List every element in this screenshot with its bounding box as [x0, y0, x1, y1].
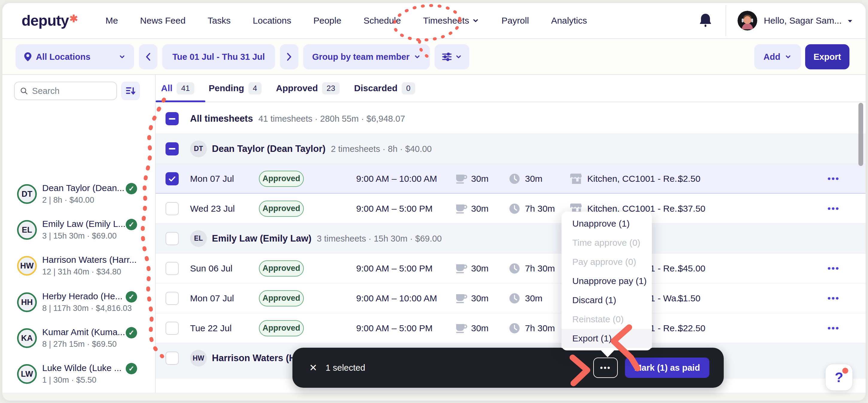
menu-item-discard[interactable]: Discard (1) [561, 291, 652, 310]
status-tabs: All 41 Pending 4 Approved 23 Discarded 0 [156, 75, 866, 102]
close-icon[interactable]: ✕ [309, 362, 317, 373]
member-name: Emily Law (Emily L... [42, 219, 125, 229]
clock-icon [509, 323, 520, 334]
timesheet-row[interactable]: Mon 07 Jul Approved 9:00 AM – 10:00 AM 3… [156, 283, 866, 313]
row-checkbox[interactable] [165, 202, 179, 215]
avatar: HW [17, 256, 37, 276]
nav-me[interactable]: Me [94, 15, 129, 26]
member-meta: 2 | 8h · $40.00 [42, 196, 94, 205]
row-more-button[interactable]: ••• [823, 174, 844, 184]
group-name: Dean Taylor (Dean Taylor) [212, 143, 326, 154]
break-coffee-icon [455, 323, 467, 334]
tab-count-badge: 4 [248, 82, 261, 95]
nav-news-feed[interactable]: News Feed [129, 15, 197, 26]
export-button[interactable]: Export [805, 44, 849, 69]
user-menu-chevron-icon[interactable] [846, 18, 854, 25]
menu-item-unapprove-pay[interactable]: Unapprove pay (1) [561, 271, 652, 291]
mark-as-paid-button[interactable]: Mark (1) as paid [625, 358, 709, 378]
timesheet-row[interactable]: Sun 06 Jul Approved 9:00 AM – 5:00 PM 30… [156, 253, 866, 283]
row-more-button[interactable]: ••• [823, 263, 844, 274]
sort-button[interactable] [121, 81, 140, 100]
view-options-button[interactable] [435, 44, 469, 69]
tab-all[interactable]: All 41 [161, 82, 194, 95]
member-luke-wilde[interactable]: LW Luke Wilde (Luke ... 1 | 30m · $5.50 … [2, 362, 155, 396]
vertical-scrollbar[interactable] [859, 103, 863, 166]
toolbar-left: All Locations Tue 01 Jul - Thu 31 Jul Gr… [16, 44, 469, 69]
tab-pending[interactable]: Pending 4 [209, 82, 261, 95]
group-checkbox[interactable] [165, 351, 179, 365]
row-checkbox[interactable] [165, 322, 179, 335]
content-area: DT Dean Taylor (Dean... 2 | 8h · $40.00 … [2, 75, 866, 393]
member-name: Herby Herado (He... [42, 291, 122, 301]
chevron-down-icon [472, 17, 479, 24]
approved-check-icon: ✓ [126, 327, 137, 338]
member-herby-herado[interactable]: HH Herby Herado (He... 8 | 117h 30m · $4… [2, 291, 155, 324]
row-more-button[interactable]: ••• [823, 323, 844, 333]
location-pin-icon [24, 52, 32, 62]
timesheet-date: Mon 07 Jul [190, 293, 234, 303]
selection-more-button[interactable]: ••• [593, 358, 618, 378]
nav-timesheets[interactable]: Timesheets [412, 15, 490, 26]
tab-approved[interactable]: Approved 23 [276, 82, 340, 95]
chevron-left-icon [145, 52, 151, 61]
menu-caret [600, 349, 615, 357]
member-emily-law[interactable]: EL Emily Law (Emily L... 3 | 15h 30m · $… [2, 218, 155, 252]
tab-label: All [161, 83, 173, 93]
nav-payroll[interactable]: Payroll [490, 15, 540, 26]
member-meta: 8 | 117h 30m · $4,816.03 [42, 304, 132, 313]
search-icon [20, 87, 28, 95]
menu-item-export[interactable]: Export (1) [561, 329, 652, 348]
member-kumar-amit[interactable]: KA Kumar Amit (Kuma... 8 | 27h 15m · $69… [2, 327, 155, 360]
prev-date-range-button[interactable] [139, 44, 157, 69]
total-duration: 7h 30m [525, 323, 555, 333]
total-duration: 7h 30m [525, 263, 555, 274]
nav-locations[interactable]: Locations [242, 15, 302, 26]
row-more-button[interactable]: ••• [823, 293, 844, 303]
notifications-bell-icon[interactable] [699, 13, 712, 28]
group-by-button[interactable]: Group by team member [303, 44, 430, 69]
tab-discarded[interactable]: Discarded 0 [354, 82, 415, 95]
group-row-dean-taylor[interactable]: DT Dean Taylor (Dean Taylor) 2 timesheet… [156, 134, 866, 164]
deputy-logo[interactable]: deputy ✱ [22, 12, 78, 29]
avatar: DT [17, 184, 37, 204]
date-range-button[interactable]: Tue 01 Jul - Thu 31 Jul [162, 44, 275, 69]
tab-label: Pending [209, 83, 244, 93]
summary-row[interactable]: All timesheets 41 timesheets · 280h 55m … [156, 104, 866, 134]
nav-tasks[interactable]: Tasks [197, 15, 242, 26]
select-all-checkbox[interactable] [165, 112, 179, 125]
search-input[interactable] [32, 86, 111, 96]
location-filter-button[interactable]: All Locations [16, 44, 134, 69]
user-greeting: Hello, Sagar Sam... [764, 15, 842, 26]
row-checkbox[interactable] [165, 172, 179, 186]
group-by-label: Group by team member [312, 52, 410, 62]
row-checkbox[interactable] [165, 292, 179, 305]
export-label: Export [813, 52, 841, 62]
group-checkbox[interactable] [165, 142, 179, 156]
member-harrison-waters[interactable]: HW Harrison Waters (Harr... 12 | 31h 40m… [2, 254, 155, 288]
row-checkbox[interactable] [165, 262, 179, 275]
timesheet-row[interactable]: Tue 22 Jul Approved 9:00 AM – 5:00 PM 30… [156, 313, 866, 343]
nav-analytics[interactable]: Analytics [540, 15, 598, 26]
tab-label: Approved [276, 83, 318, 93]
group-row-emily-law[interactable]: EL Emily Law (Emily Law) 3 timesheets · … [156, 223, 866, 253]
user-avatar[interactable] [738, 11, 757, 31]
timesheet-row[interactable]: Mon 07 Jul Approved 9:00 AM – 10:00 AM 3… [156, 164, 866, 194]
timesheet-row[interactable]: Wed 23 Jul Approved 9:00 AM – 5:00 PM 30… [156, 194, 866, 223]
group-checkbox[interactable] [165, 232, 179, 245]
nav-schedule[interactable]: Schedule [352, 15, 412, 26]
nav-people[interactable]: People [302, 15, 352, 26]
next-date-range-button[interactable] [280, 44, 299, 69]
avatar: LW [17, 364, 37, 384]
group-meta: 3 timesheets · 15h 30m · $69.00 [317, 234, 442, 244]
member-dean-taylor[interactable]: DT Dean Taylor (Dean... 2 | 8h · $40.00 … [2, 182, 155, 216]
selection-count: 1 selected [326, 363, 365, 373]
member-name: Dean Taylor (Dean... [42, 183, 125, 193]
help-button[interactable]: ? [825, 364, 853, 391]
add-button[interactable]: Add [754, 44, 801, 69]
menu-item-unapprove[interactable]: Unapprove (1) [561, 214, 652, 233]
avatar: EL [17, 220, 37, 240]
member-name: Harrison Waters (Harr... [42, 255, 137, 265]
total-duration: 7h 30m [525, 204, 555, 214]
search-box [14, 81, 117, 100]
row-more-button[interactable]: ••• [823, 204, 844, 214]
